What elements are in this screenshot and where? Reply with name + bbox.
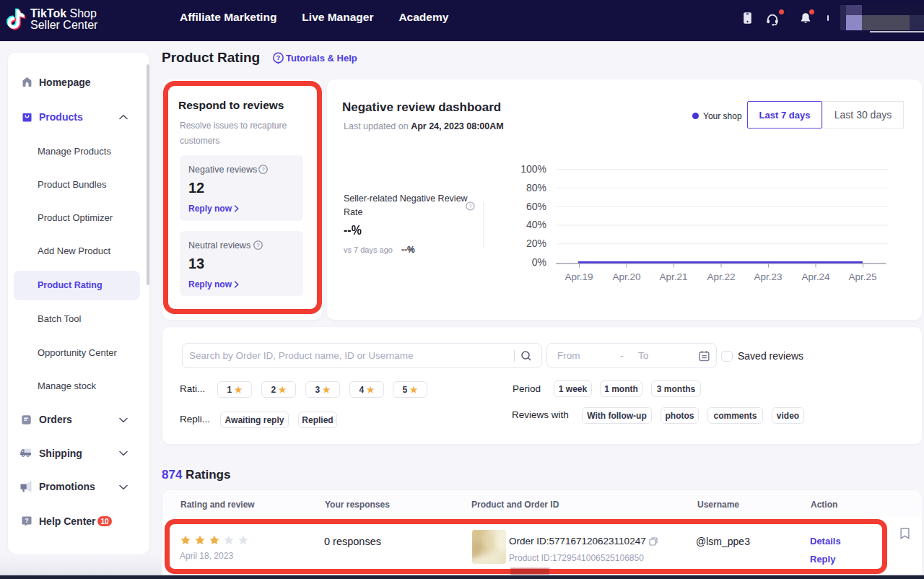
svg-text:?: ?	[468, 203, 471, 209]
svg-text:?: ?	[276, 53, 281, 61]
svg-text:?: ?	[25, 517, 29, 524]
